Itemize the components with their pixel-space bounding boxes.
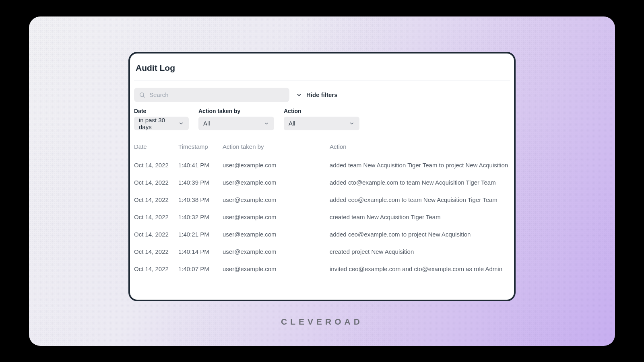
cell-timestamp: 1:40:41 PM xyxy=(178,162,223,169)
table-row: Oct 14, 20221:40:21 PMuser@example.comad… xyxy=(130,226,514,243)
filter-date-select[interactable]: in past 30 days xyxy=(134,117,189,130)
filter-action: Action All xyxy=(284,108,359,130)
brand-text: CLEVEROAD xyxy=(29,317,615,327)
table-body: Oct 14, 20221:40:41 PMuser@example.comad… xyxy=(130,156,514,278)
cell-actor: user@example.com xyxy=(223,214,330,220)
chevron-down-icon xyxy=(178,121,184,126)
toolbar: Hide filters xyxy=(130,88,514,108)
filter-date-value: in past 30 days xyxy=(139,117,178,130)
cell-actor: user@example.com xyxy=(223,265,330,272)
cell-action: created project New Acquisition xyxy=(330,248,510,255)
table-row: Oct 14, 20221:40:32 PMuser@example.comcr… xyxy=(130,208,514,226)
svg-line-1 xyxy=(143,96,144,97)
cell-date: Oct 14, 2022 xyxy=(134,214,178,220)
col-header-timestamp: Timestamp xyxy=(178,143,223,150)
filter-actor: Action taken by All xyxy=(198,108,274,130)
filter-actor-label: Action taken by xyxy=(198,108,274,114)
cell-actor: user@example.com xyxy=(223,196,330,203)
table-row: Oct 14, 20221:40:14 PMuser@example.comcr… xyxy=(130,243,514,260)
search-input-wrapper[interactable] xyxy=(134,88,289,102)
cell-actor: user@example.com xyxy=(223,162,330,169)
cell-action: added team New Acquisition Tiger Team to… xyxy=(330,162,510,169)
table-row: Oct 14, 20221:40:07 PMuser@example.comin… xyxy=(130,260,514,278)
cell-date: Oct 14, 2022 xyxy=(134,162,178,169)
table-row: Oct 14, 20221:40:39 PMuser@example.comad… xyxy=(130,174,514,191)
cell-timestamp: 1:40:14 PM xyxy=(178,248,223,255)
filter-action-label: Action xyxy=(284,108,359,114)
toggle-filters-button[interactable]: Hide filters xyxy=(296,91,338,98)
cell-timestamp: 1:40:39 PM xyxy=(178,179,223,186)
cell-date: Oct 14, 2022 xyxy=(134,179,178,186)
audit-table: Date Timestamp Action taken by Action Oc… xyxy=(130,141,514,278)
cell-timestamp: 1:40:38 PM xyxy=(178,196,223,203)
cell-timestamp: 1:40:21 PM xyxy=(178,231,223,238)
presentation-stage: Audit Log Hide filters D xyxy=(29,16,615,346)
cell-action: added ceo@example.com to team New Acquis… xyxy=(330,196,510,203)
col-header-actor: Action taken by xyxy=(223,143,330,150)
cell-timestamp: 1:40:07 PM xyxy=(178,265,223,272)
audit-log-panel: Audit Log Hide filters D xyxy=(128,52,516,301)
cell-date: Oct 14, 2022 xyxy=(134,231,178,238)
search-icon xyxy=(139,92,145,98)
cell-date: Oct 14, 2022 xyxy=(134,265,178,272)
table-header: Date Timestamp Action taken by Action xyxy=(130,141,514,156)
cell-date: Oct 14, 2022 xyxy=(134,248,178,255)
cell-actor: user@example.com xyxy=(223,248,330,255)
filters-row: Date in past 30 days Action taken by All xyxy=(130,108,514,134)
col-header-date: Date xyxy=(134,143,178,150)
cell-action: created team New Acquisition Tiger Team xyxy=(330,214,510,220)
panel-inner: Audit Log Hide filters D xyxy=(130,59,514,278)
table-row: Oct 14, 20221:40:38 PMuser@example.comad… xyxy=(130,191,514,208)
cell-actor: user@example.com xyxy=(223,231,330,238)
filter-actor-select[interactable]: All xyxy=(198,117,274,130)
filter-date-label: Date xyxy=(134,108,189,114)
search-input[interactable] xyxy=(149,91,285,98)
cell-date: Oct 14, 2022 xyxy=(134,196,178,203)
filter-action-select[interactable]: All xyxy=(284,117,359,130)
svg-point-0 xyxy=(140,93,144,96)
chevron-down-icon xyxy=(349,121,355,126)
toggle-filters-label: Hide filters xyxy=(306,91,338,98)
cell-action: added cto@example.com to team New Acquis… xyxy=(330,179,510,186)
chevron-down-icon xyxy=(264,121,269,126)
col-header-action: Action xyxy=(330,143,510,150)
filter-action-value: All xyxy=(289,120,295,127)
filter-actor-value: All xyxy=(203,120,210,127)
table-row: Oct 14, 20221:40:41 PMuser@example.comad… xyxy=(130,156,514,174)
filter-date: Date in past 30 days xyxy=(134,108,189,130)
divider xyxy=(134,80,510,80)
chevron-down-icon xyxy=(296,92,302,98)
cell-actor: user@example.com xyxy=(223,179,330,186)
cell-action: added ceo@example.com to project New Acq… xyxy=(330,231,510,238)
cell-timestamp: 1:40:32 PM xyxy=(178,214,223,220)
cell-action: invited ceo@example.com and cto@example.… xyxy=(330,265,510,272)
page-title: Audit Log xyxy=(132,59,514,80)
